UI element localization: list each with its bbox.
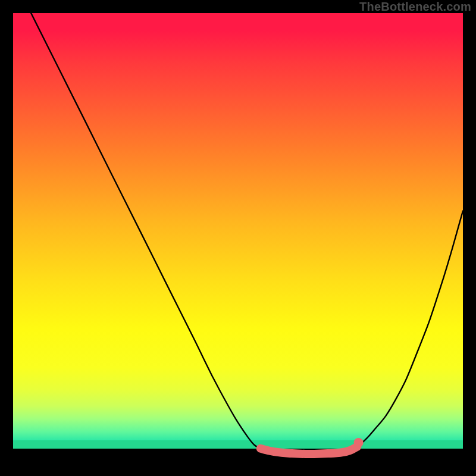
marker-dot: [354, 438, 364, 447]
plot-area: [13, 13, 463, 463]
chart-frame: TheBottleneck.com: [0, 0, 476, 476]
curve-left: [31, 13, 261, 449]
curve-layer: [13, 13, 463, 463]
watermark-text: TheBottleneck.com: [359, 0, 471, 14]
optimal-zone: [261, 447, 358, 454]
curve-right: [357, 211, 463, 447]
